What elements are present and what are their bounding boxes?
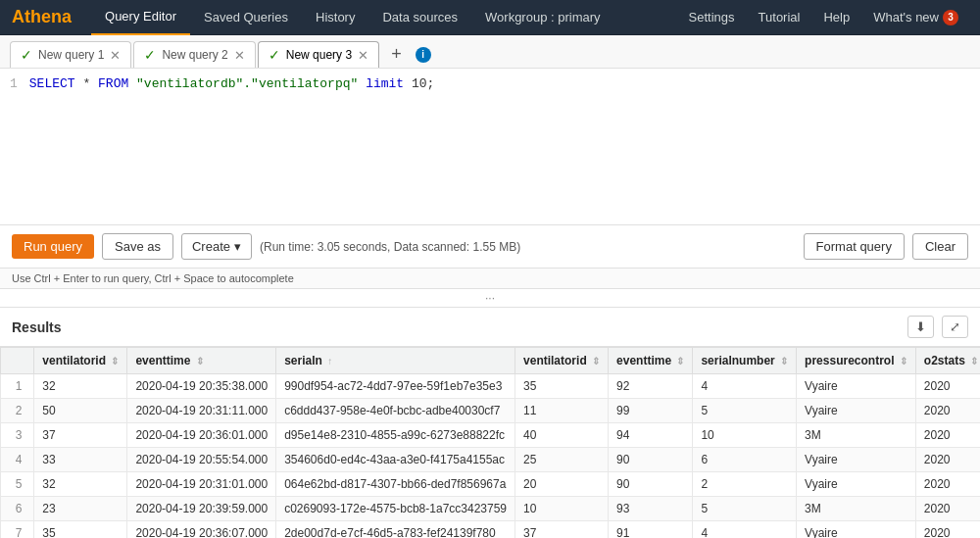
nav-right-actions: Settings Tutorial Help What's new 3	[679, 0, 968, 35]
cell-ventilatorid2: 40	[515, 423, 609, 448]
table-row: 1 32 2020-04-19 20:35:38.000 990df954-ac…	[1, 374, 981, 399]
table-row: 3 37 2020-04-19 20:36:01.000 d95e14e8-23…	[1, 423, 981, 448]
nav-history[interactable]: History	[302, 0, 368, 35]
cell-ventilatorid: 33	[34, 448, 127, 472]
clear-button[interactable]: Clear	[912, 233, 968, 260]
sql-editor[interactable]: 1SELECT * FROM "ventilatordb"."ventilato…	[0, 69, 980, 206]
cell-serialn: 990df954-ac72-4dd7-97ee-59f1eb7e35e3	[276, 374, 515, 399]
cell-eventtime: 2020-04-19 20:31:01.000	[127, 472, 276, 497]
results-table: ventilatorid ⇕ eventtime ⇕ serialn ↑ ven…	[0, 347, 980, 538]
cell-serialn: d95e14e8-2310-4855-a99c-6273e88822fc	[276, 423, 515, 448]
col-serialnumber[interactable]: serialnumber ⇕	[693, 348, 797, 374]
nav-workgroup[interactable]: Workgroup : primary	[471, 0, 614, 35]
row-num: 5	[1, 472, 34, 497]
cell-ventilatorid2: 35	[515, 374, 609, 399]
nav-help[interactable]: Help	[813, 0, 859, 35]
cell-serialnumber: 5	[693, 399, 797, 423]
cell-pressurecontrol: Vyaire	[797, 448, 916, 472]
line-number: 1	[10, 76, 18, 91]
save-as-button[interactable]: Save as	[102, 233, 173, 260]
cell-serialn: 354606d0-ed4c-43aa-a3e0-f4175a4155ac	[276, 448, 515, 472]
tab-close-1[interactable]: ✕	[110, 48, 121, 63]
cell-ventilatorid2: 10	[515, 497, 609, 521]
cell-ventilatorid: 32	[34, 472, 127, 497]
tab-status-icon-1: ✓	[21, 47, 32, 63]
create-button[interactable]: Create ▾	[181, 233, 252, 260]
tab-label-3: New query 3	[286, 48, 352, 62]
nav-query-editor[interactable]: Query Editor	[91, 0, 190, 35]
cell-o2stats: 2020	[915, 472, 980, 497]
cell-eventtime2: 92	[609, 374, 693, 399]
col-eventtime-1[interactable]: eventtime ⇕	[127, 348, 276, 374]
cell-serialnumber: 2	[693, 472, 797, 497]
cell-pressurecontrol: Vyaire	[797, 374, 916, 399]
cell-serialnumber: 10	[693, 423, 797, 448]
row-num: 6	[1, 497, 34, 521]
col-row-num	[1, 348, 34, 374]
row-num: 3	[1, 423, 34, 448]
cell-eventtime: 2020-04-19 20:36:01.000	[127, 423, 276, 448]
cell-o2stats: 2020	[915, 374, 980, 399]
col-eventtime-2[interactable]: eventtime ⇕	[609, 348, 693, 374]
table-row: 6 23 2020-04-19 20:39:59.000 c0269093-17…	[1, 497, 981, 521]
cell-eventtime2: 91	[609, 521, 693, 539]
run-query-button[interactable]: Run query	[12, 234, 94, 259]
sql-editor-area: 1SELECT * FROM "ventilatordb"."ventilato…	[0, 69, 980, 225]
table-row: 2 50 2020-04-19 20:31:11.000 c6ddd437-95…	[1, 399, 981, 423]
col-o2stats[interactable]: o2stats ⇕	[915, 348, 980, 374]
cell-eventtime2: 93	[609, 497, 693, 521]
table-row: 7 35 2020-04-19 20:36:07.000 2de00d7d-e7…	[1, 521, 981, 539]
nav-tutorial[interactable]: Tutorial	[749, 0, 810, 35]
expand-icon[interactable]: ⤢	[942, 316, 968, 338]
cell-eventtime: 2020-04-19 20:35:38.000	[127, 374, 276, 399]
cell-eventtime: 2020-04-19 20:55:54.000	[127, 448, 276, 472]
query-tab-1[interactable]: ✓ New query 1 ✕	[10, 41, 131, 68]
results-panel: Results ⬇ ⤢ ventilatorid ⇕ eventtime ⇕ s…	[0, 308, 980, 538]
cell-serialn: 064e62bd-d817-4307-bb66-ded7f856967a	[276, 472, 515, 497]
cell-eventtime2: 90	[609, 448, 693, 472]
top-navigation: Athena Query Editor Saved Queries Histor…	[0, 0, 980, 35]
cell-pressurecontrol: Vyaire	[797, 399, 916, 423]
query-tab-3[interactable]: ✓ New query 3 ✕	[258, 41, 379, 68]
app-title: Athena	[12, 7, 72, 27]
col-ventilatorid-1[interactable]: ventilatorid ⇕	[34, 348, 127, 374]
tab-close-2[interactable]: ✕	[234, 48, 245, 63]
cell-serialnumber: 4	[693, 521, 797, 539]
nav-whats-new[interactable]: What's new 3	[863, 0, 968, 35]
col-ventilatorid-2[interactable]: ventilatorid ⇕	[515, 348, 609, 374]
cell-ventilatorid2: 11	[515, 399, 609, 423]
format-query-button[interactable]: Format query	[804, 233, 905, 260]
table-row: 4 33 2020-04-19 20:55:54.000 354606d0-ed…	[1, 448, 981, 472]
cell-serialn: c0269093-172e-4575-bcb8-1a7cc3423759	[276, 497, 515, 521]
tab-status-icon-3: ✓	[269, 47, 280, 63]
tab-close-3[interactable]: ✕	[358, 48, 368, 63]
results-header: Results ⬇ ⤢	[0, 308, 980, 347]
cell-eventtime2: 90	[609, 472, 693, 497]
cell-eventtime: 2020-04-19 20:39:59.000	[127, 497, 276, 521]
download-icon[interactable]: ⬇	[907, 316, 934, 338]
query-tab-2[interactable]: ✓ New query 2 ✕	[133, 41, 255, 68]
hint-bar: Use Ctrl + Enter to run query, Ctrl + Sp…	[0, 269, 980, 289]
cell-o2stats: 2020	[915, 448, 980, 472]
add-tab-button[interactable]: +	[385, 44, 408, 65]
cell-ventilatorid: 32	[34, 374, 127, 399]
cell-pressurecontrol: Vyaire	[797, 521, 916, 539]
cell-ventilatorid: 23	[34, 497, 127, 521]
col-pressurecontrol[interactable]: pressurecontrol ⇕	[797, 348, 916, 374]
row-num: 4	[1, 448, 34, 472]
cell-pressurecontrol: 3M	[797, 497, 916, 521]
cell-o2stats: 2020	[915, 423, 980, 448]
table-header-row: ventilatorid ⇕ eventtime ⇕ serialn ↑ ven…	[1, 348, 981, 374]
nav-settings[interactable]: Settings	[679, 0, 745, 35]
col-serialn[interactable]: serialn ↑	[276, 348, 515, 374]
cell-pressurecontrol: Vyaire	[797, 472, 916, 497]
results-title: Results	[12, 319, 62, 335]
nav-data-sources[interactable]: Data sources	[368, 0, 471, 35]
cell-eventtime: 2020-04-19 20:31:11.000	[127, 399, 276, 423]
cell-o2stats: 2020	[915, 521, 980, 539]
collapse-handle[interactable]: ···	[0, 289, 980, 308]
dropdown-arrow-icon: ▾	[234, 239, 241, 254]
nav-saved-queries[interactable]: Saved Queries	[190, 0, 302, 35]
whats-new-badge: 3	[943, 10, 958, 25]
cell-ventilatorid: 35	[34, 521, 127, 539]
